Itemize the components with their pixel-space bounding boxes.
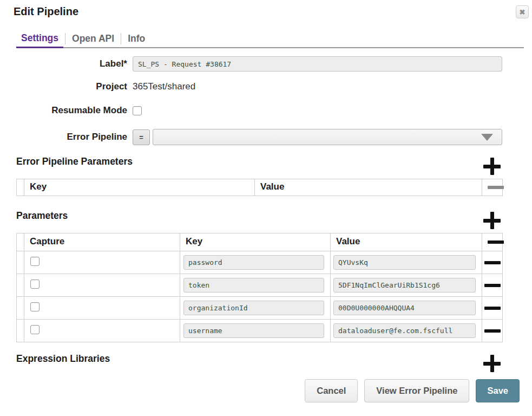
resumable-mode-row: Resumable Mode <box>11 105 502 116</box>
capture-cell <box>24 274 180 297</box>
column-header-key: Key <box>24 179 255 196</box>
capture-checkbox[interactable] <box>30 257 40 266</box>
error-pipeline-parameters-table: Key Value <box>16 179 503 196</box>
resumable-mode-checkbox[interactable] <box>133 106 142 115</box>
key-cell <box>180 297 331 320</box>
tab-open-api[interactable]: Open API <box>67 32 119 47</box>
close-button[interactable]: ✖ <box>516 5 529 18</box>
settings-form: Label* Project 365Test/shared Resumable … <box>11 56 502 145</box>
remove-row-icon[interactable] <box>484 329 501 333</box>
tab-bar: Settings Open API Info <box>16 31 524 48</box>
remove-cell <box>482 320 503 342</box>
parameter-value-input[interactable] <box>333 301 476 315</box>
remove-cell <box>482 179 503 196</box>
error-pipeline-parameters-section-head: Error Pipeline Parameters <box>16 156 501 176</box>
section-title-expression-libraries: Expression Libraries <box>16 353 110 365</box>
tab-settings[interactable]: Settings <box>16 31 63 48</box>
value-cell <box>331 251 482 274</box>
chevron-down-icon <box>481 134 493 141</box>
capture-cell <box>24 251 180 274</box>
remove-row-icon[interactable] <box>484 261 501 264</box>
title-bar: Edit Pipeline ✖ <box>0 0 532 21</box>
capture-checkbox[interactable] <box>30 280 40 289</box>
cancel-button[interactable]: Cancel <box>305 379 358 402</box>
parameters-header-row: Capture Key Value <box>17 233 503 251</box>
parameters-table: Capture Key Value <box>16 233 503 342</box>
error-pipeline-parameters-header-row: Key Value <box>17 179 503 196</box>
error-pipeline-row: Error Pipeline = <box>11 129 502 145</box>
parameter-row <box>17 251 503 274</box>
expression-libraries-section-head: Expression Libraries <box>16 353 501 373</box>
remove-cell <box>482 251 503 274</box>
remove-selected-parameters-icon[interactable] <box>488 240 504 244</box>
column-header-capture: Capture <box>24 233 180 251</box>
remove-row-icon[interactable] <box>484 284 501 287</box>
add-expression-library-icon[interactable] <box>483 354 501 373</box>
value-cell <box>331 320 482 342</box>
parameters-table-body <box>17 251 503 342</box>
expression-toggle-button[interactable]: = <box>133 129 150 145</box>
column-header-key: Key <box>180 233 331 251</box>
dialog-title: Edit Pipeline <box>14 5 78 18</box>
row-selector-cell <box>17 251 24 274</box>
error-pipeline-label: Error Pipeline <box>11 132 133 142</box>
parameter-row <box>17 297 503 320</box>
key-cell <box>180 320 331 342</box>
parameter-value-input[interactable] <box>333 278 476 292</box>
footer-buttons: Cancel View Error Pipeline Save <box>0 379 520 402</box>
remove-cell <box>482 297 503 320</box>
capture-checkbox[interactable] <box>30 302 40 311</box>
parameters-section-head: Parameters <box>16 210 501 230</box>
column-header-value: Value <box>331 233 482 251</box>
key-cell <box>180 274 331 297</box>
add-parameter-icon[interactable] <box>483 211 501 230</box>
tab-info[interactable]: Info <box>123 32 150 47</box>
project-row: Project 365Test/shared <box>11 81 502 92</box>
close-icon: ✖ <box>520 9 526 16</box>
resumable-mode-label: Resumable Mode <box>11 105 133 116</box>
value-cell <box>331 274 482 297</box>
tab-separator <box>121 33 121 44</box>
remove-error-pipeline-parameter-icon[interactable] <box>488 186 504 189</box>
value-cell <box>331 297 482 320</box>
section-title-error-pipeline-parameters: Error Pipeline Parameters <box>16 156 133 167</box>
view-error-pipeline-button[interactable]: View Error Pipeline <box>364 379 469 402</box>
parameter-row <box>17 320 503 342</box>
capture-cell <box>24 320 180 342</box>
column-header-value: Value <box>255 179 482 196</box>
parameter-key-input[interactable] <box>183 278 324 292</box>
parameter-key-input[interactable] <box>183 255 324 270</box>
parameter-value-input[interactable] <box>333 323 476 338</box>
section-title-parameters: Parameters <box>16 210 68 222</box>
parameter-key-input[interactable] <box>183 301 324 315</box>
error-pipeline-dropdown[interactable] <box>153 129 502 145</box>
label-field-label: Label* <box>11 58 133 69</box>
label-input[interactable] <box>133 56 502 72</box>
row-selector-cell <box>17 297 24 320</box>
parameter-key-input[interactable] <box>183 323 324 338</box>
save-button[interactable]: Save <box>476 379 520 402</box>
add-error-pipeline-parameter-icon[interactable] <box>483 157 501 176</box>
remove-cell <box>482 233 503 251</box>
parameter-row <box>17 274 503 297</box>
edit-pipeline-dialog: Edit Pipeline ✖ Settings Open API Info L… <box>0 0 532 416</box>
capture-checkbox[interactable] <box>30 325 40 334</box>
remove-row-icon[interactable] <box>484 307 501 310</box>
tab-separator <box>65 33 65 44</box>
project-value: 365Test/shared <box>133 81 195 92</box>
capture-cell <box>24 297 180 320</box>
remove-cell <box>482 274 503 297</box>
label-row: Label* <box>11 56 502 72</box>
row-selector-header-cell <box>17 233 24 251</box>
row-selector-cell <box>17 274 24 297</box>
project-field-label: Project <box>11 81 133 92</box>
key-cell <box>180 251 331 274</box>
parameter-value-input[interactable] <box>333 255 476 270</box>
row-selector-header-cell <box>17 179 24 196</box>
row-selector-cell <box>17 320 24 342</box>
